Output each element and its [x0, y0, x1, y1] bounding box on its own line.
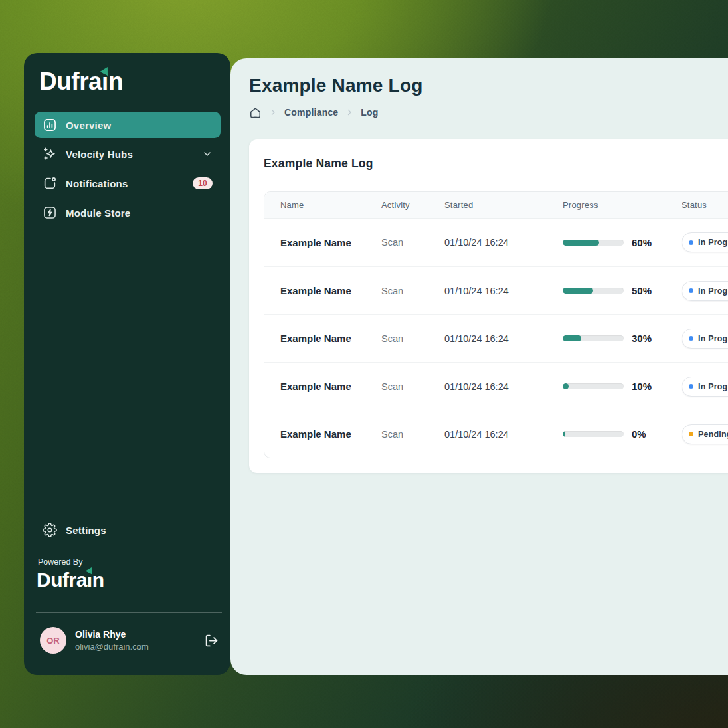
- cell-status: In Progress: [682, 329, 728, 349]
- chevron-down-icon: [202, 149, 213, 159]
- status-dot: [689, 288, 693, 293]
- cell-status: In Progress: [682, 232, 728, 252]
- sidebar-item-label: Overview: [66, 120, 111, 131]
- column-header-progress: Progress: [563, 200, 682, 210]
- cell-progress: 30%: [563, 333, 682, 344]
- breadcrumb: Compliance Log: [249, 105, 379, 120]
- powered-by-logo: Dufrain: [37, 569, 104, 591]
- status-label: Pending: [698, 430, 728, 439]
- cell-name: Example Name: [264, 285, 381, 296]
- progress-bar-fill: [563, 431, 565, 437]
- breadcrumb-log[interactable]: Log: [361, 107, 378, 118]
- sparkles-icon: [43, 147, 57, 161]
- table-row: Example Name Scan 01/10/24 16:24 30% In …: [264, 314, 728, 362]
- progress-bar: [563, 431, 624, 437]
- cell-started: 01/10/24 16:24: [444, 286, 563, 296]
- status-badge: In Progress: [682, 329, 728, 349]
- cell-started: 01/10/24 16:24: [444, 237, 563, 248]
- cell-name: Example Name: [264, 381, 381, 392]
- table-row: Example Name Scan 01/10/24 16:24 10% In …: [264, 362, 728, 410]
- status-label: In Progress: [698, 382, 728, 391]
- main-panel: Example Name Log Compliance Log Example …: [230, 58, 728, 675]
- progress-percent: 30%: [632, 333, 652, 344]
- brand-logo-text: Dufrain: [39, 68, 123, 95]
- bar-chart-icon: [43, 118, 57, 132]
- status-dot: [689, 336, 693, 341]
- user-profile: OR Olivia Rhye olivia@dufrain.com: [40, 626, 219, 655]
- progress-bar-fill: [563, 335, 581, 341]
- cell-started: 01/10/24 16:24: [444, 381, 563, 392]
- progress-percent: 60%: [632, 237, 652, 248]
- progress-percent: 50%: [632, 285, 652, 296]
- cell-activity: Scan: [381, 381, 444, 392]
- sidebar-item-overview[interactable]: Overview: [35, 112, 221, 138]
- sidebar-item-notifications[interactable]: Notifications 10: [35, 170, 221, 197]
- gear-icon: [43, 523, 57, 537]
- cell-activity: Scan: [381, 237, 444, 248]
- status-badge: In Progress: [682, 281, 728, 301]
- brand-logo: Dufrain: [39, 68, 123, 96]
- sidebar: Dufrain Overview Velocity Hubs: [24, 53, 230, 675]
- settings-label: Settings: [66, 525, 106, 536]
- user-meta: Olivia Rhye olivia@dufrain.com: [75, 629, 149, 652]
- cell-name: Example Name: [264, 333, 381, 344]
- progress-bar-fill: [563, 240, 599, 246]
- table-row: Example Name Scan 01/10/24 16:24 60% In …: [264, 219, 728, 266]
- progress-bar: [563, 335, 624, 341]
- progress-bar: [563, 383, 624, 389]
- cell-progress: 10%: [563, 381, 682, 392]
- status-label: In Progress: [698, 334, 728, 343]
- logout-icon[interactable]: [205, 634, 219, 648]
- sidebar-item-module-store[interactable]: Module Store: [35, 199, 221, 226]
- table-row: Example Name Scan 01/10/24 16:24 50% In …: [264, 266, 728, 314]
- progress-bar-fill: [563, 383, 569, 389]
- home-icon[interactable]: [249, 106, 262, 119]
- card-title: Example Name Log: [264, 157, 373, 171]
- cell-status: In Progress: [682, 377, 728, 397]
- progress-bar-fill: [563, 288, 593, 294]
- column-header-started: Started: [444, 200, 563, 210]
- notification-icon: [43, 176, 57, 191]
- progress-percent: 10%: [632, 381, 652, 392]
- status-badge: In Progress: [682, 377, 728, 397]
- status-dot: [689, 240, 693, 245]
- log-table: Name Activity Started Progress Status Ex…: [264, 191, 728, 458]
- cell-activity: Scan: [381, 333, 444, 344]
- column-header-activity: Activity: [381, 200, 444, 210]
- progress-bar: [563, 288, 624, 294]
- progress-bar: [563, 240, 624, 246]
- status-dot: [689, 384, 693, 389]
- cell-started: 01/10/24 16:24: [444, 333, 563, 344]
- sidebar-item-velocity-hubs[interactable]: Velocity Hubs: [35, 141, 221, 167]
- log-card: Example Name Log Name Activity Started P…: [249, 139, 728, 473]
- user-email: olivia@dufrain.com: [75, 642, 149, 652]
- sidebar-nav: Overview Velocity Hubs Notificatio: [35, 112, 221, 226]
- cell-progress: 50%: [563, 285, 682, 296]
- breadcrumb-compliance[interactable]: Compliance: [284, 107, 338, 118]
- table-row: Example Name Scan 01/10/24 16:24 0% Pend…: [264, 410, 728, 458]
- cell-activity: Scan: [381, 429, 444, 440]
- cell-progress: 0%: [563, 428, 682, 440]
- status-dot: [689, 432, 693, 436]
- cell-name: Example Name: [264, 428, 381, 440]
- status-label: In Progress: [698, 238, 728, 247]
- cell-status: Pending: [682, 424, 728, 444]
- status-badge: Pending: [682, 424, 728, 444]
- sidebar-item-label: Notifications: [66, 178, 128, 189]
- cell-name: Example Name: [264, 237, 381, 248]
- chevron-right-icon: [345, 108, 353, 116]
- progress-percent: 0%: [632, 428, 646, 440]
- sidebar-item-label: Module Store: [66, 207, 130, 219]
- column-header-status: Status: [682, 200, 728, 210]
- cell-progress: 60%: [563, 237, 682, 248]
- sidebar-item-settings[interactable]: Settings: [35, 518, 221, 542]
- cell-started: 01/10/24 16:24: [444, 429, 563, 440]
- powered-by-label: Powered By: [38, 557, 82, 567]
- avatar: OR: [40, 627, 66, 654]
- notification-count-badge: 10: [193, 177, 213, 189]
- sidebar-divider: [36, 612, 222, 613]
- chevron-right-icon: [269, 108, 277, 116]
- status-badge: In Progress: [682, 232, 728, 252]
- column-header-name: Name: [264, 200, 381, 210]
- sidebar-item-label: Velocity Hubs: [66, 149, 133, 160]
